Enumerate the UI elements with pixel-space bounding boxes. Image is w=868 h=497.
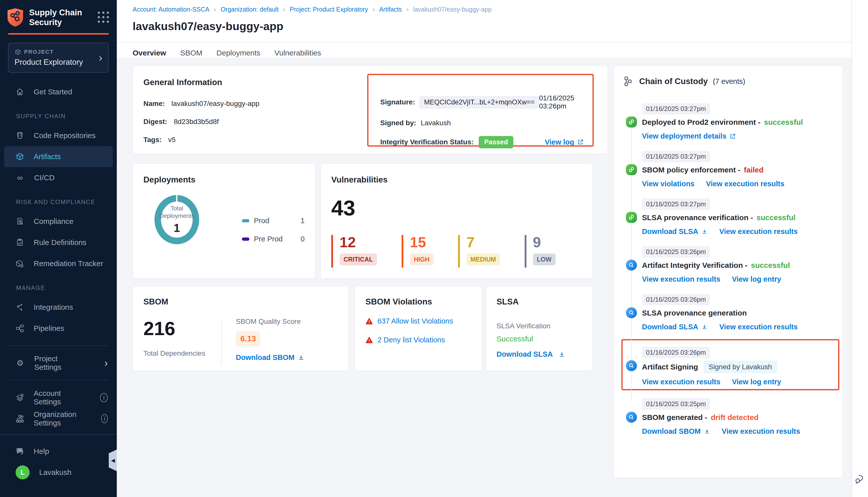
info-icon[interactable]: i — [100, 393, 108, 402]
view-log-entry-link[interactable]: View log entry — [732, 378, 781, 386]
chain-events: 01/16/2025 03:27pm Deployed to Prod2 env… — [624, 103, 832, 436]
event-timestamp: 01/16/2025 03:26pm — [642, 294, 710, 305]
magnifier-icon — [626, 412, 637, 423]
sidebar-item-get-started[interactable]: Get Started — [0, 81, 117, 102]
breadcrumb-account[interactable]: Account: Automation-SSCA — [132, 6, 209, 13]
sidebar-section-supply-chain: SUPPLY CHAIN — [0, 102, 117, 125]
magnifier-icon — [626, 259, 637, 271]
view-execution-results-link[interactable]: View execution results — [722, 427, 800, 436]
deny-list-violations-link[interactable]: 2 Deny list Violations — [378, 336, 445, 344]
sidebar-item-compliance[interactable]: Compliance — [0, 211, 117, 232]
user-menu[interactable]: L Lavakush — [0, 462, 117, 483]
home-icon — [16, 88, 24, 96]
clipboard-check-icon — [16, 238, 24, 247]
allow-list-violations-link[interactable]: 637 Allow list Violations — [378, 317, 453, 325]
sidebar-item-integrations[interactable]: Integrations — [0, 297, 117, 318]
shield-logo-icon — [7, 8, 24, 27]
chain-event: 01/16/2025 03:26pm Artifact Integrity Ve… — [624, 246, 832, 283]
project-selector[interactable]: PROJECT Product Exploratory › — [8, 43, 109, 73]
download-icon — [298, 354, 305, 361]
severity-badge-low: LOW — [533, 254, 556, 265]
sidebar-item-artifacts[interactable]: Artifacts — [4, 146, 113, 167]
tags-value: v5 — [168, 136, 176, 144]
app-logo: Supply ChainSecurity — [0, 0, 117, 33]
chain-link-icon — [626, 116, 637, 128]
chain-of-custody-title: Chain of Custody — [639, 76, 708, 86]
breadcrumb-organization[interactable]: Organization: default — [221, 6, 279, 13]
sidebar-item-account-settings[interactable]: Account Settings i — [0, 387, 117, 408]
integrations-share-icon — [16, 303, 24, 312]
event-timestamp: 01/16/2025 03:27pm — [642, 151, 710, 162]
download-sbom-link[interactable]: Download SBOM — [236, 353, 305, 362]
annotation-box-artifact-signing: 01/16/2025 03:26pm Artifact Signing Sign… — [621, 339, 839, 390]
slsa-card: SLSA SLSA Verification Successful Downlo… — [486, 286, 593, 371]
general-information-title: General Information — [143, 77, 597, 87]
view-execution-results-link[interactable]: View execution results — [706, 180, 784, 188]
sidebar-item-organization-settings[interactable]: Organization Settings i — [0, 408, 117, 429]
deployments-card: Deployments Total Deployments 1 — [132, 164, 316, 279]
sidebar-item-project-settings[interactable]: ⚙ Project Settings › — [0, 352, 117, 373]
sidebar-item-remediation-tracker[interactable]: Remediation Tracker — [0, 253, 117, 274]
signed-by-value: Lavakush — [421, 119, 451, 127]
account-layers-icon — [16, 393, 24, 402]
view-deployment-details-link[interactable]: View deployment details — [642, 132, 736, 140]
vertical-divider — [221, 317, 222, 365]
chain-event: 01/16/2025 03:27pm Deployed to Prod2 env… — [624, 103, 832, 140]
status-badge-passed: Passed — [479, 136, 514, 148]
download-slsa-link[interactable]: Download SLSA — [496, 350, 565, 358]
severity-badge-critical: CRITICAL — [339, 254, 377, 265]
infinity-icon: ∞ — [16, 173, 25, 183]
sidebar-item-pipelines[interactable]: Pipelines — [0, 318, 117, 339]
donut-total-value: 1 — [173, 221, 180, 235]
download-icon — [701, 228, 708, 235]
view-log-link[interactable]: View log — [545, 138, 584, 146]
breadcrumb-separator: › — [373, 5, 375, 13]
content-area: General Information Name:lavakush07/easy… — [117, 57, 851, 497]
app-root: Supply ChainSecurity PROJECT Product Exp… — [0, 0, 868, 497]
sidebar-section-risk: RISK AND COMPLIANCE — [0, 188, 117, 211]
view-execution-results-link[interactable]: View execution results — [719, 227, 798, 236]
view-log-entry-link[interactable]: View log entry — [732, 275, 781, 283]
download-sbom-link[interactable]: Download SBOM — [642, 427, 710, 436]
app-grid-icon[interactable] — [98, 12, 109, 23]
view-execution-results-link[interactable]: View execution results — [642, 275, 720, 283]
view-execution-results-link[interactable]: View execution results — [719, 323, 798, 331]
sidebar-item-code-repositories[interactable]: Code Repositories — [0, 125, 117, 146]
signed-by-label: Signed by: — [380, 119, 416, 127]
deployments-donut-chart: Total Deployments 1 — [154, 195, 199, 244]
severity-medium: 7 MEDIUM — [458, 235, 500, 268]
event-timestamp: 01/16/2025 03:26pm — [642, 347, 710, 358]
cube-icon — [15, 49, 21, 55]
chain-of-custody-panel: Chain of Custody (7 events) 01/16/2025 0… — [613, 66, 843, 478]
sbom-quality-score: 6.13 — [236, 331, 261, 346]
help-chat-icon: ? — [16, 447, 24, 456]
signature-label: Signature: — [380, 98, 415, 106]
breadcrumb-artifacts[interactable]: Artifacts — [379, 6, 402, 13]
sbom-violations-title: SBOM Violations — [365, 297, 472, 307]
view-violations-link[interactable]: View violations — [642, 180, 695, 188]
download-icon — [701, 324, 708, 330]
chevron-right-icon: › — [99, 53, 102, 63]
view-execution-results-link[interactable]: View execution results — [642, 378, 720, 386]
event-timestamp: 01/16/2025 03:27pm — [642, 199, 710, 210]
info-icon[interactable]: i — [101, 414, 108, 423]
chain-event: 01/16/2025 03:27pm SBOM policy enforceme… — [624, 151, 832, 188]
breadcrumb-project[interactable]: Project: Product Exploratory — [290, 6, 368, 13]
download-slsa-link[interactable]: Download SLSA — [642, 227, 708, 236]
sidebar-item-rule-definitions[interactable]: Rule Definitions — [0, 232, 117, 253]
severity-high: 15 HIGH — [402, 235, 434, 268]
external-link-icon — [577, 139, 584, 145]
chain-event: 01/16/2025 03:26pm Artifact Signing Sign… — [624, 347, 838, 386]
magnifier-icon — [626, 360, 637, 371]
sidebar-item-help[interactable]: ? Help — [0, 441, 117, 462]
chain-of-custody-icon — [624, 76, 634, 87]
chat-support-icon[interactable] — [854, 473, 866, 486]
chain-event: 01/16/2025 03:26pm SLSA provenance gener… — [624, 294, 832, 331]
tags-label: Tags: — [143, 136, 162, 144]
download-slsa-link[interactable]: Download SLSA — [642, 323, 708, 331]
sidebar-nav: Get Started SUPPLY CHAIN Code Repositori… — [0, 81, 117, 429]
breadcrumb-current: lavakush07/easy-buggy-app — [413, 6, 492, 13]
sidebar-item-cicd[interactable]: ∞ CI/CD — [0, 167, 117, 188]
download-icon — [558, 351, 565, 358]
signature-date: 01/16/2025 03:26pm — [539, 94, 584, 110]
